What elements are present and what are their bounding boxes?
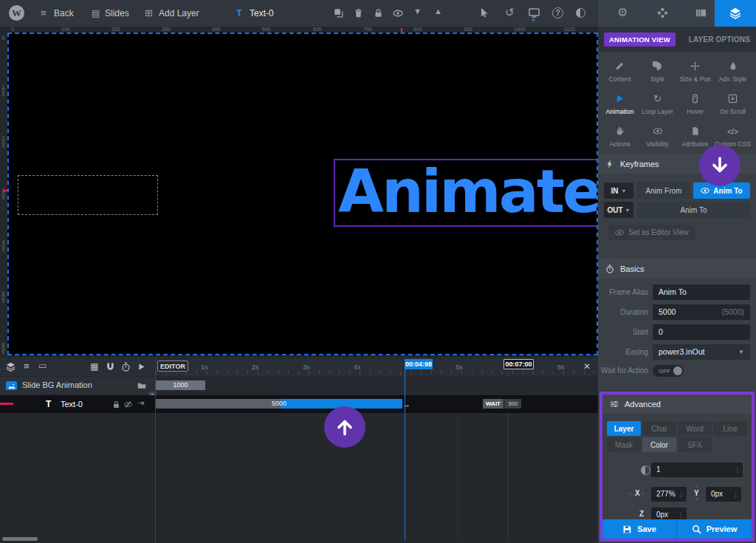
x-right-caret[interactable]: › xyxy=(642,490,644,497)
gear-icon[interactable]: ⚙ xyxy=(617,5,628,19)
magnet-snap-icon[interactable] xyxy=(106,362,115,372)
save-button[interactable]: Save xyxy=(602,519,677,539)
row2-name[interactable]: Text-0 xyxy=(61,400,83,409)
device-preview-icon[interactable] xyxy=(529,7,540,18)
add-layer-button[interactable]: Add Layer xyxy=(159,8,199,18)
module-actions[interactable]: Actions xyxy=(601,124,639,155)
set-editor-view-button[interactable]: Set as Editor View xyxy=(608,225,695,240)
move-down-icon[interactable]: ▼ xyxy=(413,7,422,16)
slide-canvas[interactable]: Animate xyxy=(7,33,598,355)
timeline-panel-divider[interactable] xyxy=(155,358,156,543)
text0-animation-bar[interactable]: 5000 xyxy=(156,399,402,409)
duplicate-icon[interactable] xyxy=(334,8,343,18)
stepper-dots-icon[interactable]: ⋮ xyxy=(732,487,739,502)
timeline-row1-track[interactable]: 1000 xyxy=(155,377,598,395)
module-hover[interactable]: Hover xyxy=(676,92,714,123)
module-style[interactable]: Style xyxy=(639,59,676,90)
timeline-row1-header[interactable]: Slide BG Animation xyxy=(0,377,155,395)
group-rect-icon[interactable]: ▭ xyxy=(38,361,47,371)
row1-name[interactable]: Slide BG Animation xyxy=(22,380,92,389)
wait-value[interactable]: 300 xyxy=(504,399,521,409)
end-time-badge[interactable]: 00:07:00 xyxy=(504,359,534,369)
anim-to-out-button[interactable]: Anim To xyxy=(637,202,750,218)
x-input[interactable]: 277%⋮ xyxy=(651,487,687,502)
selected-text-layer[interactable]: Animate xyxy=(334,159,598,227)
selected-layer-name[interactable]: Text-0 xyxy=(250,8,274,18)
chevron-down-icon: ▼ xyxy=(622,188,627,194)
in-dropdown[interactable]: IN▼ xyxy=(604,182,633,199)
slide-panels-icon[interactable] xyxy=(695,7,707,18)
tab-layer-options[interactable]: LAYER OPTIONS xyxy=(689,35,750,44)
timeline-h-scrollbar[interactable] xyxy=(2,537,38,541)
bg-animation-bar[interactable]: 1000 xyxy=(156,380,205,390)
module-animation-active[interactable]: Animation xyxy=(601,92,639,123)
help-icon[interactable]: ? xyxy=(552,7,563,18)
x-left-caret[interactable]: ‹ xyxy=(629,490,631,497)
stepper-dots-icon[interactable]: ⋮ xyxy=(734,462,740,477)
close-timeline-icon[interactable]: ✕ xyxy=(583,361,591,372)
tab-sfx[interactable]: SFX xyxy=(678,437,712,452)
bar-resize-handle[interactable]: ↔ xyxy=(402,400,410,409)
basics-section-header[interactable]: Basics xyxy=(598,259,756,279)
folder-icon[interactable] xyxy=(137,381,146,390)
advanced-section-header[interactable]: Advanced xyxy=(602,395,752,414)
tab-animation-view-active[interactable]: ANIMATION VIEW xyxy=(604,33,676,47)
timeline-row-text0-selected[interactable]: T Text-0 ⇥ 5000 ↔ WAIT 300 xyxy=(0,395,598,413)
anim-from-button[interactable]: Anim From xyxy=(637,182,690,199)
empty-layer-placeholder[interactable] xyxy=(18,175,158,215)
wordpress-logo-icon[interactable]: W xyxy=(9,5,24,21)
preview-button[interactable]: Preview xyxy=(677,519,752,539)
tab-word[interactable]: Word xyxy=(678,421,712,436)
back-icon[interactable]: ≡ xyxy=(41,7,47,18)
timeline-row-slide-bg[interactable]: Slide BG Animation 1000 xyxy=(0,377,598,395)
opacity-input[interactable]: 1⋮ xyxy=(651,462,743,477)
module-loop-layer[interactable]: ↻ Loop Layer xyxy=(639,92,676,123)
back-button[interactable]: Back xyxy=(54,8,74,18)
editor-mode-badge[interactable]: EDITOR xyxy=(157,361,188,372)
tab-char[interactable]: Char xyxy=(642,421,676,436)
row-lock-icon[interactable] xyxy=(112,400,120,409)
layer-panel-toggle-active[interactable] xyxy=(715,0,756,27)
row-solo-icon[interactable]: ⇥ xyxy=(137,398,144,408)
row-eye-off-icon[interactable] xyxy=(124,400,132,409)
delete-icon[interactable] xyxy=(354,8,363,18)
tab-layer-active[interactable]: Layer xyxy=(607,421,641,436)
visibility-eye-icon[interactable] xyxy=(393,8,403,18)
time-tick: 4s xyxy=(354,363,361,371)
slides-button[interactable]: Slides xyxy=(105,8,129,18)
tab-line[interactable]: Line xyxy=(713,421,747,436)
undo-icon[interactable]: ↺ xyxy=(505,6,515,19)
y-input[interactable]: 0px⋮ xyxy=(706,487,741,502)
start-input[interactable]: 0 xyxy=(653,324,750,340)
tab-color-selected[interactable]: Color xyxy=(642,437,676,452)
out-dropdown[interactable]: OUT▼ xyxy=(604,202,633,218)
tab-mask[interactable]: Mask xyxy=(607,437,641,452)
easing-select[interactable]: power3.inOut ▼ xyxy=(653,344,750,360)
playhead-line[interactable] xyxy=(405,369,405,540)
lock-icon[interactable] xyxy=(374,8,383,18)
timing-stopwatch-icon[interactable] xyxy=(121,362,131,372)
timeline-menu-icon[interactable]: ≡ xyxy=(24,361,30,372)
contrast-icon[interactable] xyxy=(576,8,585,18)
stepper-dots-icon[interactable]: ⋮ xyxy=(678,487,684,502)
time-tick: 6s xyxy=(456,363,463,371)
modules-icon[interactable] xyxy=(657,7,668,18)
module-content[interactable]: Content xyxy=(601,59,639,90)
module-size-pos[interactable]: Size & Pos xyxy=(676,59,714,90)
slides-icon[interactable]: ▤ xyxy=(92,8,100,18)
module-adv-style[interactable]: Adv. Style xyxy=(714,59,752,90)
add-layer-icon[interactable]: ⊞ xyxy=(145,7,153,18)
move-up-icon[interactable]: ▲ xyxy=(434,7,442,16)
duration-input[interactable]: 5000 (5000) xyxy=(653,304,750,320)
module-visibility[interactable]: Visibility xyxy=(639,124,676,155)
playhead-time-badge[interactable]: 00:04:98 xyxy=(405,359,433,369)
y-up-caret[interactable]: ˄ xyxy=(695,484,698,489)
play-icon[interactable] xyxy=(137,363,145,371)
wait-for-action-toggle[interactable]: OFF xyxy=(653,365,684,377)
snap-grid-icon[interactable]: ▦ xyxy=(90,361,98,372)
layer-list-icon[interactable] xyxy=(6,362,16,372)
select-tool-icon[interactable] xyxy=(478,7,489,18)
module-on-scroll[interactable]: On Scroll xyxy=(714,92,752,123)
frame-alias-input[interactable]: Anim To xyxy=(653,284,750,300)
y-down-caret[interactable]: ˅ xyxy=(695,496,698,502)
